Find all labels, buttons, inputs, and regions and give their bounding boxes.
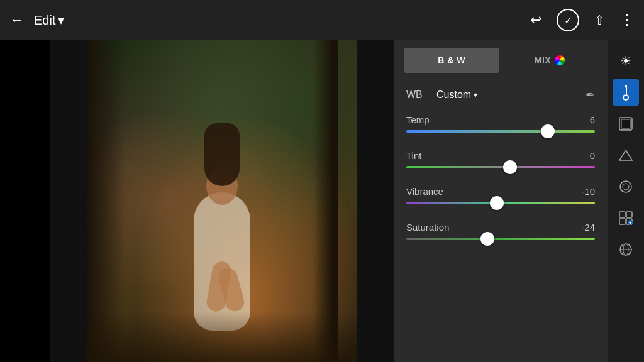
share-button[interactable]: ⇧ (594, 13, 605, 28)
sliders-container: Temp 6 Tint 0 Vibrance -10 Saturation -2… (394, 109, 608, 253)
eyedropper-icon[interactable]: ✒ (586, 88, 595, 102)
svg-point-8 (623, 184, 629, 190)
slider-value-temp: 6 (590, 114, 595, 125)
main-content: B & W MIX WB Custom ▾ ✒ Temp 6 Tint (0, 40, 644, 362)
svg-point-7 (620, 181, 631, 192)
slider-section-saturation: Saturation -24 (394, 217, 608, 253)
more-button[interactable]: ⋮ (620, 12, 634, 28)
slider-section-tint: Tint 0 (394, 145, 608, 181)
slider-value-tint: 0 (590, 150, 595, 161)
slider-name-temp: Temp (406, 114, 430, 125)
slider-value-saturation: -24 (581, 222, 595, 233)
slider-track-tint[interactable] (406, 166, 595, 168)
wb-dropdown-icon[interactable]: ▾ (474, 90, 477, 99)
left-padding (0, 40, 50, 362)
circle-lens-icon[interactable] (613, 173, 639, 200)
edit-title: Edit ▾ (34, 13, 64, 28)
figure-hair (204, 123, 240, 186)
figure (159, 129, 285, 331)
svg-rect-11 (619, 219, 625, 224)
back-button[interactable]: ← (10, 12, 24, 28)
slider-track-vibrance[interactable] (406, 202, 595, 204)
color-circle-icon (555, 55, 565, 65)
sun-icon[interactable]: ☀ (613, 48, 639, 74)
triangle-icon[interactable] (613, 142, 639, 168)
slider-thumb-vibrance[interactable] (490, 196, 504, 210)
svg-rect-9 (619, 212, 625, 217)
grid-star-icon[interactable]: ★ (613, 205, 639, 231)
slider-header-saturation: Saturation -24 (406, 222, 595, 233)
right-panel: B & W MIX WB Custom ▾ ✒ Temp 6 Tint (394, 40, 608, 362)
slider-thumb-temp[interactable] (541, 124, 555, 138)
slider-thumb-tint[interactable] (503, 160, 517, 174)
svg-rect-2 (625, 87, 626, 95)
slider-name-tint: Tint (406, 150, 421, 161)
edit-label-text: Edit (34, 13, 55, 28)
tab-mix-label: MIX (535, 55, 551, 65)
slider-section-vibrance: Vibrance -10 (394, 181, 608, 217)
photo-container (87, 40, 357, 362)
vignette-icon[interactable] (613, 111, 639, 137)
top-bar-actions: ↩ ✓ ⇧ ⋮ (530, 9, 634, 31)
slider-thumb-saturation[interactable] (480, 232, 494, 246)
wb-row: WB Custom ▾ ✒ (394, 80, 608, 109)
slider-header-vibrance: Vibrance -10 (406, 186, 595, 197)
photo-area (50, 40, 394, 362)
slider-track-temp[interactable] (406, 130, 595, 133)
slider-name-saturation: Saturation (406, 222, 449, 233)
panel-tabs: B & W MIX (394, 40, 608, 80)
slider-header-temp: Temp 6 (406, 114, 595, 125)
confirm-button[interactable]: ✓ (557, 9, 579, 31)
wb-label: WB (406, 89, 431, 101)
tab-bw[interactable]: B & W (404, 48, 499, 73)
wb-value-text: Custom (436, 89, 471, 101)
top-bar-left: ← Edit ▾ (10, 12, 520, 28)
thermometer-icon[interactable] (613, 79, 639, 106)
undo-button[interactable]: ↩ (530, 12, 541, 28)
slider-name-vibrance: Vibrance (406, 186, 443, 197)
slider-track-saturation[interactable] (406, 238, 595, 240)
svg-point-3 (624, 96, 628, 99)
wb-value[interactable]: Custom ▾ (436, 89, 580, 101)
svg-rect-10 (626, 212, 632, 217)
slider-value-vibrance: -10 (581, 186, 595, 197)
globe-icon[interactable] (613, 236, 639, 263)
slider-section-temp: Temp 6 (394, 109, 608, 145)
top-bar: ← Edit ▾ ↩ ✓ ⇧ ⋮ (0, 0, 644, 40)
tab-mix[interactable]: MIX (502, 48, 597, 73)
slider-header-tint: Tint 0 (406, 150, 595, 161)
svg-text:★: ★ (628, 221, 632, 225)
edit-dropdown-icon[interactable]: ▾ (58, 13, 64, 28)
svg-marker-6 (619, 150, 632, 160)
svg-rect-5 (621, 119, 630, 128)
ground-overlay (87, 312, 357, 362)
right-sidebar: ☀ (608, 40, 644, 362)
confirm-icon: ✓ (564, 14, 572, 26)
